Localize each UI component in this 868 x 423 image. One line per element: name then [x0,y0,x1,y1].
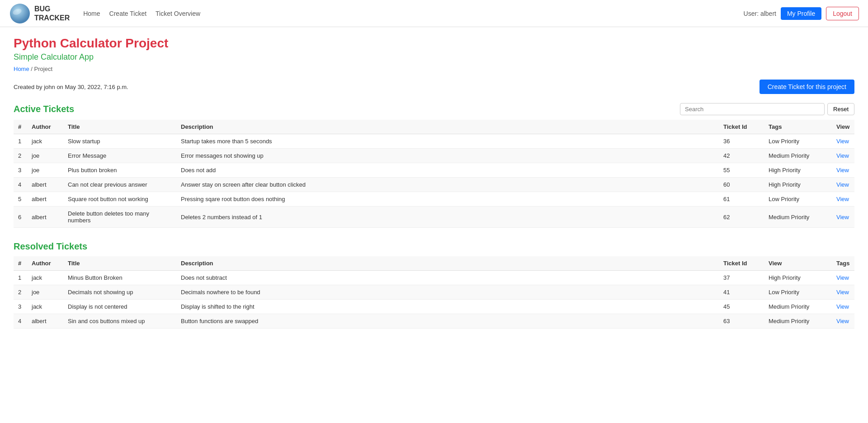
table-row: 5 albert Square root button not working … [14,192,854,207]
cell-ticketid: 37 [719,271,764,285]
cell-title: Display is not centered [63,300,176,314]
cell-author: albert [27,192,63,207]
logout-button[interactable]: Logout [826,7,859,20]
cell-tags: Low Priority [764,134,832,149]
cell-ticketid: 45 [719,300,764,314]
nav-ticket-overview[interactable]: Ticket Overview [156,10,200,17]
cell-author: jack [27,300,63,314]
cell-author: joe [27,149,63,163]
view-link[interactable]: View [836,152,849,159]
cell-title: Delete button deletes too many numbers [63,207,176,228]
table-row: 4 albert Can not clear previous answer A… [14,178,854,192]
col-header-view: View [832,120,854,134]
brand: BUG TRACKER [9,3,70,24]
cell-view: View [832,314,854,329]
cell-description: Startup takes more than 5 seconds [176,134,719,149]
active-tickets-header-row: # Author Title Description Ticket Id Tag… [14,120,854,134]
cell-view: View [832,178,854,192]
cell-num: 2 [14,149,27,163]
cell-description: Does not subtract [176,271,719,285]
cell-ticketid: 55 [719,163,764,178]
resolved-col-header-tags: Tags [832,256,854,271]
table-row: 2 joe Error Message Error messages not s… [14,149,854,163]
cell-tags: Low Priority [764,285,832,300]
cell-ticketid: 60 [719,178,764,192]
breadcrumb: Home / Project [14,66,854,72]
breadcrumb-home[interactable]: Home [14,66,29,72]
brand-text: BUG TRACKER [34,5,70,22]
col-header-ticketid: Ticket Id [719,120,764,134]
cell-title: Slow startup [63,134,176,149]
main-content: Python Calculator Project Simple Calcula… [0,27,868,351]
cell-view: View [832,163,854,178]
resolved-tickets-header-row: # Author Title Description Ticket Id Vie… [14,256,854,271]
cell-title: Square root button not working [63,192,176,207]
table-row: 1 jack Minus Button Broken Does not subt… [14,271,854,285]
view-link[interactable]: View [836,289,849,296]
cell-num: 6 [14,207,27,228]
view-link[interactable]: View [836,138,849,145]
view-link[interactable]: View [836,167,849,174]
table-row: 6 albert Delete button deletes too many … [14,207,854,228]
my-profile-button[interactable]: My Profile [781,7,821,20]
create-ticket-for-project-button[interactable]: Create Ticket for this project [760,80,854,94]
cell-num: 2 [14,285,27,300]
breadcrumb-current: Project [34,66,52,72]
cell-title: Decimals not showing up [63,285,176,300]
nav-home[interactable]: Home [83,10,100,17]
search-area: Reset [680,103,854,115]
project-header: Python Calculator Project Simple Calcula… [14,36,854,72]
resolved-tickets-title: Resolved Tickets [14,241,854,252]
cell-num: 4 [14,314,27,329]
active-tickets-title: Active Tickets [14,104,74,114]
cell-title: Plus button broken [63,163,176,178]
resolved-col-header-ticketid: Ticket Id [719,256,764,271]
cell-tags: Medium Priority [764,314,832,329]
cell-view: View [832,207,854,228]
col-header-tags: Tags [764,120,832,134]
cell-title: Can not clear previous answer [63,178,176,192]
user-label: User: albert [744,10,776,17]
view-link[interactable]: View [836,196,849,202]
cell-description: Display is shifted to the right [176,300,719,314]
search-input[interactable] [680,103,825,115]
nav-create-ticket[interactable]: Create Ticket [109,10,146,17]
cell-ticketid: 61 [719,192,764,207]
view-link[interactable]: View [836,318,849,324]
project-meta-row: Created by john on May 30, 2022, 7:16 p.… [14,80,854,94]
navbar-links: Home Create Ticket Ticket Overview [83,10,743,17]
view-link[interactable]: View [836,214,849,221]
cell-num: 1 [14,271,27,285]
project-subtitle: Simple Calculator App [14,52,854,62]
reset-button[interactable]: Reset [827,103,854,115]
resolved-col-header-description: Description [176,256,719,271]
cell-ticketid: 62 [719,207,764,228]
cell-author: joe [27,285,63,300]
cell-title: Minus Button Broken [63,271,176,285]
cell-author: jack [27,271,63,285]
cell-num: 3 [14,300,27,314]
cell-view: View [832,300,854,314]
resolved-col-header-title: Title [63,256,176,271]
table-row: 3 jack Display is not centered Display i… [14,300,854,314]
cell-description: Button functions are swapped [176,314,719,329]
cell-description: Decimals nowhere to be found [176,285,719,300]
cell-tags: High Priority [764,163,832,178]
view-link[interactable]: View [836,303,849,310]
cell-tags: Medium Priority [764,149,832,163]
cell-author: joe [27,163,63,178]
cell-ticketid: 36 [719,134,764,149]
cell-tags: Medium Priority [764,207,832,228]
view-link[interactable]: View [836,274,849,281]
logo-icon [9,3,31,24]
cell-description: Answer stay on screen after clear button… [176,178,719,192]
cell-view: View [832,271,854,285]
view-link[interactable]: View [836,181,849,188]
col-header-title: Title [63,120,176,134]
cell-description: Pressing sqare root button does nothing [176,192,719,207]
table-row: 4 albert Sin and cos buttons mixed up Bu… [14,314,854,329]
breadcrumb-separator: / [31,66,34,72]
cell-description: Deletes 2 numbers instead of 1 [176,207,719,228]
cell-author: albert [27,314,63,329]
cell-view: View [832,149,854,163]
